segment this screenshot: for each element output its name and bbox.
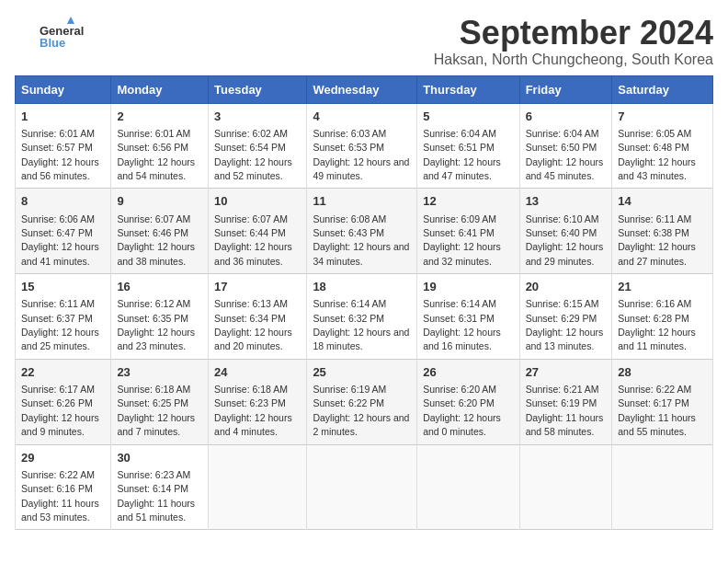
day-info: Sunrise: 6:23 AMSunset: 6:14 PMDaylight:…	[117, 469, 195, 523]
day-info: Sunrise: 6:03 AMSunset: 6:53 PMDaylight:…	[313, 128, 409, 181]
column-header-friday: Friday	[519, 75, 612, 103]
day-cell: 23 Sunrise: 6:18 AMSunset: 6:25 PMDaylig…	[111, 359, 209, 444]
day-info: Sunrise: 6:06 AMSunset: 6:47 PMDaylight:…	[21, 213, 99, 267]
week-row-3: 15 Sunrise: 6:11 AMSunset: 6:37 PMDaylig…	[16, 274, 713, 360]
day-cell: 12 Sunrise: 6:09 AMSunset: 6:41 PMDaylig…	[417, 189, 519, 274]
day-cell: 17 Sunrise: 6:13 AMSunset: 6:34 PMDaylig…	[209, 274, 307, 360]
day-cell: 25 Sunrise: 6:19 AMSunset: 6:22 PMDaylig…	[307, 359, 417, 444]
day-number: 24	[214, 364, 301, 381]
day-number: 4	[313, 109, 411, 125]
day-cell: 20 Sunrise: 6:15 AMSunset: 6:29 PMDaylig…	[519, 274, 612, 360]
day-cell: 28 Sunrise: 6:22 AMSunset: 6:17 PMDaylig…	[612, 359, 713, 444]
column-header-sunday: Sunday	[16, 75, 111, 103]
day-cell: 27 Sunrise: 6:21 AMSunset: 6:19 PMDaylig…	[519, 359, 612, 444]
day-cell	[519, 444, 612, 530]
day-info: Sunrise: 6:04 AMSunset: 6:51 PMDaylight:…	[423, 128, 501, 181]
day-number: 10	[214, 193, 301, 210]
day-cell: 22 Sunrise: 6:17 AMSunset: 6:26 PMDaylig…	[16, 359, 111, 444]
day-number: 1	[21, 109, 105, 125]
svg-marker-2	[67, 17, 74, 24]
day-cell: 1 Sunrise: 6:01 AMSunset: 6:57 PMDayligh…	[16, 103, 111, 189]
day-cell: 16 Sunrise: 6:12 AMSunset: 6:35 PMDaylig…	[111, 274, 209, 360]
day-info: Sunrise: 6:21 AMSunset: 6:19 PMDaylight:…	[526, 384, 604, 437]
day-cell: 29 Sunrise: 6:22 AMSunset: 6:16 PMDaylig…	[16, 444, 111, 530]
day-number: 3	[214, 109, 301, 125]
day-info: Sunrise: 6:07 AMSunset: 6:44 PMDaylight:…	[214, 213, 292, 267]
day-cell: 18 Sunrise: 6:14 AMSunset: 6:32 PMDaylig…	[307, 274, 417, 360]
week-row-2: 8 Sunrise: 6:06 AMSunset: 6:47 PMDayligh…	[16, 189, 713, 274]
day-number: 26	[423, 364, 513, 381]
day-number: 5	[423, 109, 513, 125]
day-info: Sunrise: 6:11 AMSunset: 6:38 PMDaylight:…	[618, 213, 696, 267]
day-number: 17	[214, 279, 301, 295]
column-header-monday: Monday	[111, 75, 209, 103]
day-cell: 10 Sunrise: 6:07 AMSunset: 6:44 PMDaylig…	[209, 189, 307, 274]
day-number: 9	[117, 193, 202, 210]
day-cell: 5 Sunrise: 6:04 AMSunset: 6:51 PMDayligh…	[417, 103, 519, 189]
day-info: Sunrise: 6:16 AMSunset: 6:28 PMDaylight:…	[618, 298, 696, 351]
day-cell: 14 Sunrise: 6:11 AMSunset: 6:38 PMDaylig…	[612, 189, 713, 274]
day-number: 29	[21, 450, 105, 466]
day-cell: 4 Sunrise: 6:03 AMSunset: 6:53 PMDayligh…	[307, 103, 417, 189]
day-info: Sunrise: 6:22 AMSunset: 6:17 PMDaylight:…	[618, 384, 696, 437]
day-number: 11	[313, 193, 411, 210]
day-info: Sunrise: 6:02 AMSunset: 6:54 PMDaylight:…	[214, 128, 292, 181]
calendar-table: SundayMondayTuesdayWednesdayThursdayFrid…	[15, 75, 713, 531]
day-cell	[307, 444, 417, 530]
day-info: Sunrise: 6:13 AMSunset: 6:34 PMDaylight:…	[214, 298, 292, 351]
day-cell	[417, 444, 519, 530]
day-cell: 15 Sunrise: 6:11 AMSunset: 6:37 PMDaylig…	[16, 274, 111, 360]
day-info: Sunrise: 6:17 AMSunset: 6:26 PMDaylight:…	[21, 384, 99, 437]
day-number: 15	[21, 279, 105, 295]
column-header-wednesday: Wednesday	[307, 75, 417, 103]
day-number: 13	[526, 193, 607, 210]
title-area: September 2024 Haksan, North Chungcheong…	[434, 15, 713, 68]
day-info: Sunrise: 6:14 AMSunset: 6:31 PMDaylight:…	[423, 298, 501, 351]
day-info: Sunrise: 6:05 AMSunset: 6:48 PMDaylight:…	[618, 128, 696, 181]
day-cell: 2 Sunrise: 6:01 AMSunset: 6:56 PMDayligh…	[111, 103, 209, 189]
day-cell	[612, 444, 713, 530]
day-cell: 6 Sunrise: 6:04 AMSunset: 6:50 PMDayligh…	[519, 103, 612, 189]
day-number: 6	[526, 109, 607, 125]
day-cell: 24 Sunrise: 6:18 AMSunset: 6:23 PMDaylig…	[209, 359, 307, 444]
location-title: Haksan, North Chungcheong, South Korea	[434, 52, 713, 68]
svg-text:Blue: Blue	[40, 36, 65, 50]
day-cell: 19 Sunrise: 6:14 AMSunset: 6:31 PMDaylig…	[417, 274, 519, 360]
logo: General Blue	[15, 15, 99, 52]
day-number: 20	[526, 279, 607, 295]
day-number: 14	[618, 193, 707, 210]
month-title: September 2024	[434, 15, 713, 52]
day-cell: 21 Sunrise: 6:16 AMSunset: 6:28 PMDaylig…	[612, 274, 713, 360]
day-info: Sunrise: 6:19 AMSunset: 6:22 PMDaylight:…	[313, 384, 409, 437]
day-info: Sunrise: 6:01 AMSunset: 6:56 PMDaylight:…	[117, 128, 195, 181]
column-header-thursday: Thursday	[417, 75, 519, 103]
week-row-1: 1 Sunrise: 6:01 AMSunset: 6:57 PMDayligh…	[16, 103, 713, 189]
logo-icon: General Blue	[15, 15, 97, 52]
day-number: 30	[117, 450, 202, 466]
day-info: Sunrise: 6:09 AMSunset: 6:41 PMDaylight:…	[423, 213, 501, 267]
day-number: 28	[618, 364, 707, 381]
page-header: General Blue September 2024 Haksan, Nort…	[15, 15, 713, 68]
day-info: Sunrise: 6:10 AMSunset: 6:40 PMDaylight:…	[526, 213, 604, 267]
week-row-5: 29 Sunrise: 6:22 AMSunset: 6:16 PMDaylig…	[16, 444, 713, 530]
day-info: Sunrise: 6:18 AMSunset: 6:23 PMDaylight:…	[214, 384, 292, 437]
day-info: Sunrise: 6:20 AMSunset: 6:20 PMDaylight:…	[423, 384, 501, 437]
day-cell	[209, 444, 307, 530]
column-header-saturday: Saturday	[612, 75, 713, 103]
day-info: Sunrise: 6:01 AMSunset: 6:57 PMDaylight:…	[21, 128, 99, 181]
header-row: SundayMondayTuesdayWednesdayThursdayFrid…	[16, 75, 713, 103]
column-header-tuesday: Tuesday	[209, 75, 307, 103]
day-number: 8	[21, 193, 105, 210]
day-number: 7	[618, 109, 707, 125]
day-cell: 30 Sunrise: 6:23 AMSunset: 6:14 PMDaylig…	[111, 444, 209, 530]
day-info: Sunrise: 6:14 AMSunset: 6:32 PMDaylight:…	[313, 298, 409, 351]
day-info: Sunrise: 6:22 AMSunset: 6:16 PMDaylight:…	[21, 469, 99, 523]
day-number: 19	[423, 279, 513, 295]
day-number: 27	[526, 364, 607, 381]
day-number: 2	[117, 109, 202, 125]
day-info: Sunrise: 6:04 AMSunset: 6:50 PMDaylight:…	[526, 128, 604, 181]
day-cell: 3 Sunrise: 6:02 AMSunset: 6:54 PMDayligh…	[209, 103, 307, 189]
day-number: 18	[313, 279, 411, 295]
day-cell: 8 Sunrise: 6:06 AMSunset: 6:47 PMDayligh…	[16, 189, 111, 274]
day-info: Sunrise: 6:15 AMSunset: 6:29 PMDaylight:…	[526, 298, 604, 351]
